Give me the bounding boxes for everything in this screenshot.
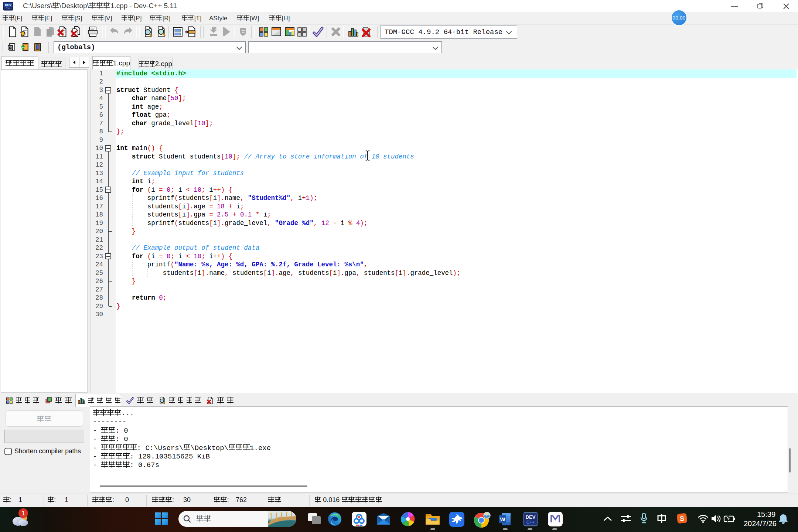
svg-text:DEV: DEV: [526, 514, 536, 520]
svg-text:W: W: [500, 516, 505, 522]
svg-text:S: S: [680, 515, 684, 522]
svg-text:DEV: DEV: [5, 3, 11, 7]
svg-text:C++: C++: [526, 520, 535, 525]
svg-text:C++: C++: [6, 7, 10, 10]
svg-text:1: 1: [21, 510, 25, 517]
